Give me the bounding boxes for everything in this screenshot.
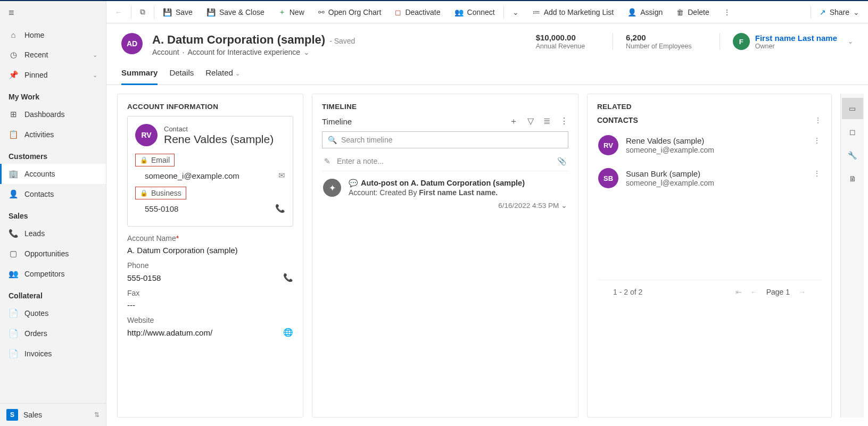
timeline-timestamp: 6/16/2022 4:53 PM bbox=[498, 202, 559, 210]
phone-icon[interactable]: 📞 bbox=[283, 273, 293, 282]
document-icon: 📄 bbox=[9, 308, 18, 318]
command-bar: ← ⧉ 💾Save 💾Save & Close ＋New ⚯Open Org C… bbox=[106, 1, 868, 23]
nav-home[interactable]: ⌂Home bbox=[0, 25, 106, 45]
related-contact[interactable]: SB Susan Burk (sample)someone_l@example.… bbox=[597, 162, 822, 195]
delete-button[interactable]: 🗑Delete bbox=[670, 5, 715, 20]
connect-dropdown[interactable]: ⌄ bbox=[506, 5, 525, 20]
panel-title: RELATED bbox=[597, 103, 822, 111]
contact-name[interactable]: Rene Valdes (sample) bbox=[164, 133, 274, 146]
mail-icon[interactable]: ✉ bbox=[278, 171, 285, 180]
more-vertical-icon[interactable]: ⋮ bbox=[814, 116, 822, 124]
chevron-down-icon[interactable]: ⌄ bbox=[561, 202, 567, 210]
save-close-button[interactable]: 💾Save & Close bbox=[200, 5, 271, 20]
field-phone[interactable]: Phone 555-0158📞 bbox=[127, 261, 293, 282]
chevron-down-icon: ⌄ bbox=[235, 70, 240, 77]
rail-panel-icon[interactable]: ◻ bbox=[842, 121, 863, 143]
contact-phone[interactable]: 555-0108 bbox=[145, 204, 178, 213]
chevron-down-icon[interactable]: ⌄ bbox=[303, 48, 310, 56]
rail-document-icon[interactable]: 🗎 bbox=[842, 168, 863, 189]
more-vertical-icon[interactable]: ⋮ bbox=[813, 169, 821, 178]
rail-assistant-icon[interactable]: ▭ bbox=[842, 98, 863, 119]
nav-quotes[interactable]: 📄Quotes bbox=[0, 303, 106, 323]
nav-label: Contacts bbox=[24, 190, 54, 198]
sidebar-footer[interactable]: S Sales ⇅ bbox=[0, 403, 106, 426]
pager-page: Page 1 bbox=[766, 288, 790, 296]
prev-page-icon[interactable]: ← bbox=[750, 288, 758, 296]
open-new-window-button[interactable]: ⧉ bbox=[134, 4, 152, 20]
nav-accounts[interactable]: 🏢Accounts bbox=[0, 164, 106, 184]
related-contact[interactable]: RV Rene Valdes (sample)someone_i@example… bbox=[597, 129, 822, 162]
sort-icon[interactable]: ≣ bbox=[543, 116, 550, 127]
nav-label: Home bbox=[24, 31, 44, 39]
tab-related[interactable]: Related⌄ bbox=[205, 64, 240, 85]
search-icon: 🔍 bbox=[328, 136, 337, 144]
deactivate-button[interactable]: ◻Deactivate bbox=[388, 5, 447, 20]
nav-contacts[interactable]: 👤Contacts bbox=[0, 184, 106, 204]
nav-leads[interactable]: 📞Leads bbox=[0, 223, 106, 244]
hamburger-icon[interactable]: ≡ bbox=[0, 1, 106, 25]
connect-button[interactable]: 👥Connect bbox=[448, 5, 501, 20]
org-chart-button[interactable]: ⚯Open Org Chart bbox=[312, 5, 388, 20]
trash-icon: 🗑 bbox=[676, 8, 684, 16]
add-icon[interactable]: ＋ bbox=[509, 116, 518, 127]
add-marketing-button[interactable]: ≔Add to Marketing List bbox=[526, 5, 621, 20]
note-placeholder: Enter a note... bbox=[337, 157, 384, 165]
nav-label: Accounts bbox=[24, 170, 55, 178]
related-panel: RELATED CONTACTS ⋮ RV Rene Valdes (sampl… bbox=[587, 94, 832, 417]
phone-icon[interactable]: 📞 bbox=[275, 204, 285, 213]
first-page-icon[interactable]: ⇤ bbox=[735, 288, 742, 296]
sidebar: ≡ ⌂Home ◷Recent⌄ 📌Pinned⌄ My Work ⊞Dashb… bbox=[0, 1, 106, 426]
nav-pinned[interactable]: 📌Pinned⌄ bbox=[0, 65, 106, 85]
updown-icon[interactable]: ⇅ bbox=[94, 411, 100, 419]
nav-orders[interactable]: 📄Orders bbox=[0, 323, 106, 344]
more-vertical-icon[interactable]: ⋮ bbox=[560, 116, 568, 127]
nav-label: Recent bbox=[24, 51, 48, 59]
contact-avatar: RV bbox=[135, 124, 158, 146]
save-icon: 💾 bbox=[163, 8, 172, 16]
back-button[interactable]: ← bbox=[109, 5, 129, 20]
next-page-icon[interactable]: → bbox=[798, 288, 806, 296]
list-icon: ≔ bbox=[533, 8, 540, 16]
tab-details[interactable]: Details bbox=[169, 64, 194, 85]
overflow-button[interactable]: ⋮ bbox=[717, 5, 737, 20]
share-button[interactable]: ↗Share⌄ bbox=[813, 5, 866, 20]
field-fax[interactable]: Fax --- bbox=[127, 289, 293, 310]
account-info-panel: ACCOUNT INFORMATION RV Contact Rene Vald… bbox=[117, 94, 303, 417]
document-icon: 📄 bbox=[9, 349, 18, 358]
chevron-down-icon[interactable]: ⌄ bbox=[848, 38, 853, 45]
nav-label: Orders bbox=[24, 329, 47, 338]
nav-activities[interactable]: 📋Activities bbox=[0, 124, 106, 145]
search-placeholder: Search timeline bbox=[341, 136, 393, 144]
building-icon: 🏢 bbox=[9, 169, 18, 179]
tab-summary[interactable]: Summary bbox=[121, 64, 158, 85]
chevron-down-icon: ⌄ bbox=[512, 8, 519, 16]
globe-icon[interactable]: 🌐 bbox=[283, 328, 293, 337]
connect-icon: 👥 bbox=[454, 8, 464, 16]
nav-opportunities[interactable]: ▢Opportunities bbox=[0, 244, 106, 264]
main: ← ⧉ 💾Save 💾Save & Close ＋New ⚯Open Org C… bbox=[106, 1, 868, 426]
contact-avatar: RV bbox=[598, 135, 618, 155]
attachment-icon[interactable]: 📎 bbox=[557, 157, 566, 165]
timeline-search[interactable]: 🔍 Search timeline bbox=[322, 131, 568, 148]
save-close-icon: 💾 bbox=[206, 8, 216, 16]
assign-button[interactable]: 👤Assign bbox=[621, 5, 669, 20]
pager: 1 - 2 of 2 ⇤ ← Page 1 → bbox=[597, 280, 822, 298]
timeline-note-input[interactable]: ✎ Enter a note... 📎 bbox=[322, 152, 568, 171]
save-button[interactable]: 💾Save bbox=[156, 5, 199, 20]
timeline-item[interactable]: ✦ 💬Auto-post on A. Datum Corporation (sa… bbox=[322, 171, 568, 217]
contact-email[interactable]: someone_i@example.com bbox=[145, 171, 239, 180]
more-vertical-icon[interactable]: ⋮ bbox=[813, 136, 821, 145]
nav-invoices[interactable]: 📄Invoices bbox=[0, 344, 106, 364]
competitors-icon: 👥 bbox=[9, 269, 18, 279]
nav-section-collateral: Collateral bbox=[0, 284, 106, 303]
field-website[interactable]: Website http://www.adatum.com/🌐 bbox=[127, 316, 293, 337]
owner-block[interactable]: F First name Last name Owner ⌄ bbox=[720, 33, 853, 50]
nav-competitors[interactable]: 👥Competitors bbox=[0, 264, 106, 284]
field-account-name[interactable]: Account Name* A. Datum Corporation (samp… bbox=[127, 234, 293, 255]
nav-recent[interactable]: ◷Recent⌄ bbox=[0, 45, 106, 65]
record-title: A. Datum Corporation (sample) bbox=[152, 33, 325, 47]
rail-wrench-icon[interactable]: 🔧 bbox=[842, 145, 863, 166]
new-button[interactable]: ＋New bbox=[272, 4, 311, 20]
nav-dashboards[interactable]: ⊞Dashboards bbox=[0, 104, 106, 124]
filter-icon[interactable]: ▽ bbox=[527, 116, 534, 127]
